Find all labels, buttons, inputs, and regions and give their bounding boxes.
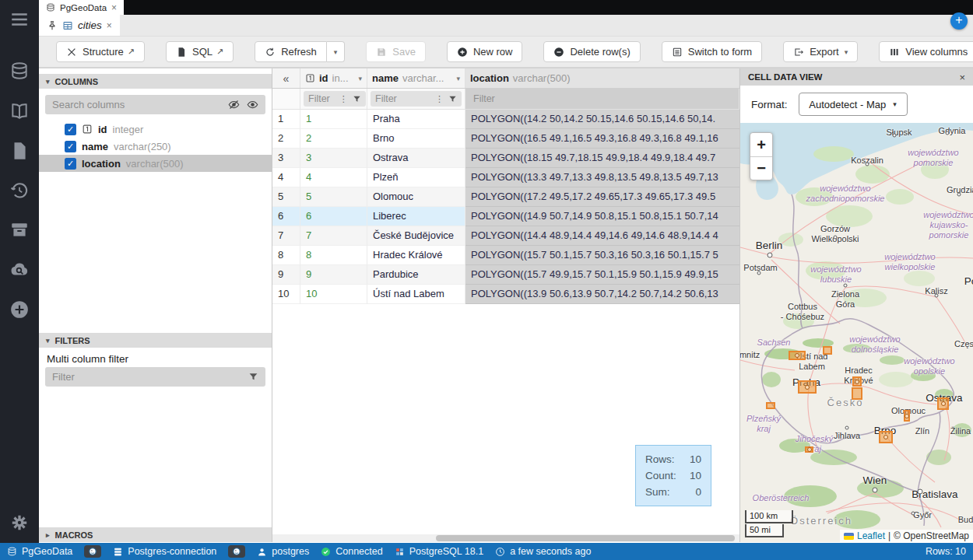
tab-cities[interactable]: cities × xyxy=(39,15,120,36)
column-header-location[interactable]: locationvarchar(500) xyxy=(465,68,739,88)
polygon-marker[interactable] xyxy=(805,446,813,453)
leaflet-link[interactable]: Leaflet xyxy=(857,530,885,541)
delete-rows-button[interactable]: Delete row(s) xyxy=(543,41,640,62)
zoom-out-button[interactable]: − xyxy=(750,156,772,180)
sidebar-file-doc-icon[interactable] xyxy=(9,140,30,162)
row-number[interactable]: 10 xyxy=(272,285,300,304)
status-check-circle[interactable]: Connected xyxy=(321,546,382,557)
row-number[interactable]: 6 xyxy=(272,207,300,226)
column-header-id[interactable]: idin...▾ xyxy=(300,68,367,88)
collapse-columns-button[interactable]: « xyxy=(272,68,300,88)
kebab-menu-icon[interactable]: ⋮ xyxy=(339,94,348,104)
polygon-marker[interactable] xyxy=(879,431,893,443)
new-row-button[interactable]: New row xyxy=(447,41,523,62)
funnel-icon[interactable] xyxy=(448,95,457,103)
status-database[interactable]: PgGeoData xyxy=(7,546,72,557)
cell-location[interactable]: POLYGON((13.3 49.7,13.3 49.8,13.5 49.8,1… xyxy=(465,168,739,187)
sidebar-cloud-search-icon[interactable] xyxy=(9,259,30,281)
scrollbar-thumb[interactable] xyxy=(436,535,735,541)
status-clock[interactable]: a few seconds ago xyxy=(495,546,591,557)
search-columns-input[interactable]: Search columns xyxy=(45,95,265,114)
cell-id[interactable]: 4 xyxy=(300,168,367,187)
row-number[interactable]: 5 xyxy=(272,187,300,207)
cell-location[interactable]: POLYGON((16.5 49.1,16.5 49.3,16.8 49.3,1… xyxy=(465,129,739,149)
add-connection-button[interactable]: + xyxy=(950,12,968,30)
cell-location[interactable]: POLYGON((13.9 50.6,13.9 50.7,14.2 50.7,1… xyxy=(465,285,739,304)
sql-button[interactable]: SQL↗ xyxy=(166,41,234,62)
cell-id[interactable]: 2 xyxy=(300,129,367,149)
zoom-in-button[interactable]: + xyxy=(750,133,772,156)
row-number[interactable]: 9 xyxy=(272,265,300,285)
filter-input-location[interactable]: Filter xyxy=(469,91,736,107)
leaflet-map[interactable]: GdyniaSłupskKoszalinGrudziądzGorzów Wiel… xyxy=(740,123,973,542)
view-columns-button[interactable]: View columns xyxy=(879,41,973,62)
row-number[interactable]: 3 xyxy=(272,149,300,168)
sidebar-book-icon[interactable] xyxy=(9,100,30,122)
close-icon[interactable]: × xyxy=(959,72,965,83)
cell-id[interactable]: 9 xyxy=(300,265,367,285)
format-select[interactable]: Autodetect - Map ▾ xyxy=(799,93,908,116)
cell-id[interactable]: 1 xyxy=(300,110,367,129)
eye-off-icon[interactable] xyxy=(228,99,240,110)
osm-link[interactable]: © OpenStreetMap xyxy=(894,530,969,541)
filter-input-name[interactable]: Filter⋮ xyxy=(371,91,462,107)
checkbox-checked[interactable]: ✓ xyxy=(65,124,76,135)
cell-name[interactable]: České Budějovice xyxy=(367,226,465,246)
cell-location[interactable]: POLYGON((15.7 49.9,15.7 50.1,15.9 50.1,1… xyxy=(465,265,739,285)
column-item-id[interactable]: ✓idinteger xyxy=(39,121,272,138)
column-header-name[interactable]: namevarchar...▾ xyxy=(367,68,465,88)
tab-pggeodata[interactable]: PgGeoData × xyxy=(39,0,124,15)
cell-name[interactable]: Olomouc xyxy=(367,187,465,207)
status-user[interactable]: postgres xyxy=(257,546,309,557)
export-button[interactable]: Export▾ xyxy=(783,41,858,62)
refresh-button[interactable]: Refresh xyxy=(255,41,327,62)
cell-location[interactable]: POLYGON((15.7 50.1,15.7 50.3,16 50.3,16 … xyxy=(465,246,739,265)
sidebar-gear-icon[interactable] xyxy=(9,512,30,534)
sidebar-menu-icon[interactable] xyxy=(9,9,30,30)
cell-location[interactable]: POLYGON((17.2 49.5,17.2 49.65,17.3 49.65… xyxy=(465,187,739,207)
polygon-marker[interactable] xyxy=(937,397,949,410)
cell-name[interactable]: Ústí nad Labem xyxy=(367,285,465,304)
cell-location[interactable]: POLYGON((14.2 50,14.2 50.15,14.6 50.15,1… xyxy=(465,110,739,129)
sidebar-database-icon[interactable] xyxy=(9,61,30,82)
polygon-marker[interactable] xyxy=(823,346,832,355)
row-number[interactable]: 4 xyxy=(272,168,300,187)
polygon-marker[interactable] xyxy=(852,376,862,387)
status-chip[interactable]: PostgreSQL 18.1 xyxy=(395,546,483,557)
cell-name[interactable]: Liberec xyxy=(367,207,465,226)
cell-location[interactable]: POLYGON((18.15 49.7,18.15 49.9,18.4 49.9… xyxy=(465,149,739,168)
cell-id[interactable]: 3 xyxy=(300,149,367,168)
columns-panel-header[interactable]: ▾ COLUMNS xyxy=(39,74,272,89)
polygon-marker[interactable] xyxy=(904,410,910,422)
chevron-down-icon[interactable]: ▾ xyxy=(358,75,362,82)
cell-name[interactable]: Pardubice xyxy=(367,265,465,285)
refresh-button-dropdown[interactable]: ▾ xyxy=(327,41,346,62)
chevron-down-icon[interactable]: ▾ xyxy=(456,75,460,82)
checkbox-checked[interactable]: ✓ xyxy=(65,158,76,170)
cell-id[interactable]: 7 xyxy=(300,226,367,246)
row-number[interactable]: 7 xyxy=(272,226,300,246)
column-item-name[interactable]: ✓namevarchar(250) xyxy=(39,138,272,155)
sidebar-plus-circle-icon[interactable] xyxy=(9,299,30,320)
cell-name[interactable]: Hradec Králové xyxy=(367,246,465,265)
kebab-menu-icon[interactable]: ⋮ xyxy=(435,94,444,104)
polygon-marker[interactable] xyxy=(789,351,806,360)
macros-panel-header[interactable]: ▸ MACROS xyxy=(39,527,272,542)
cell-name[interactable]: Ostrava xyxy=(367,149,465,168)
column-item-location[interactable]: ✓locationvarchar(500) xyxy=(39,155,272,172)
row-number[interactable]: 2 xyxy=(272,129,300,149)
row-number[interactable]: 8 xyxy=(272,246,300,265)
cell-name[interactable]: Plzeň xyxy=(367,168,465,187)
cell-location[interactable]: POLYGON((14.4 48.9,14.4 49,14.6 49,14.6 … xyxy=(465,226,739,246)
polygon-marker[interactable] xyxy=(798,380,817,394)
eye-icon[interactable] xyxy=(247,99,258,110)
cell-id[interactable]: 10 xyxy=(300,285,367,304)
multi-column-filter-input[interactable]: Filter xyxy=(45,367,265,387)
funnel-icon[interactable] xyxy=(353,95,361,103)
sidebar-archive-icon[interactable] xyxy=(9,219,30,241)
structure-button[interactable]: Structure↗ xyxy=(56,41,145,62)
cell-name[interactable]: Praha xyxy=(367,110,465,129)
cell-location[interactable]: POLYGON((14.9 50.7,14.9 50.8,15.1 50.8,1… xyxy=(465,207,739,226)
polygon-marker[interactable] xyxy=(766,402,775,409)
status-server[interactable]: Postgres-connection xyxy=(113,546,216,557)
